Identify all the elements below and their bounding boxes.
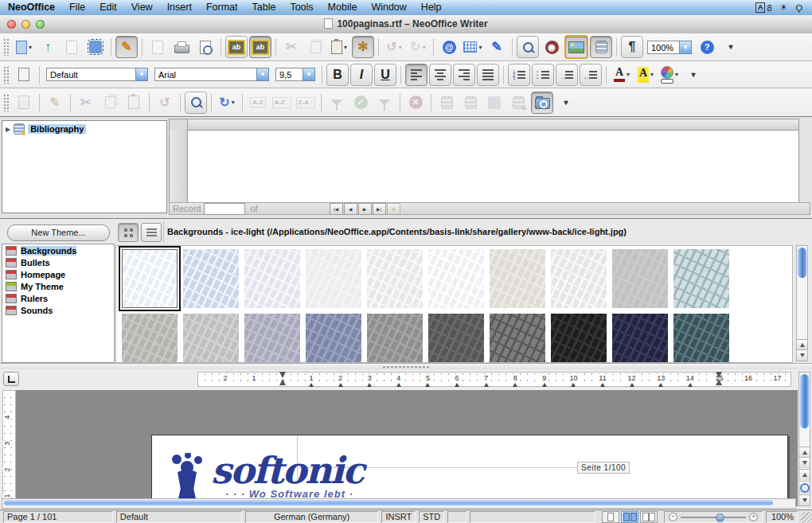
gallery-theme-backgrounds[interactable]: Backgrounds — [2, 244, 114, 256]
document-page[interactable]: Seite 1/100 softonic · · · Wo Software l… — [151, 435, 788, 506]
align-left-button[interactable] — [405, 64, 427, 86]
toolbar-overflow-button[interactable]: ▾ — [720, 36, 742, 58]
find-text-button[interactable]: ab — [225, 36, 248, 58]
toolbar-drag-handle[interactable] — [3, 38, 9, 56]
tab-stop-icon[interactable] — [484, 383, 489, 387]
tab-stop-icon[interactable] — [367, 383, 372, 387]
titlebar[interactable]: 100paginas.rtf – NeoOffice Writer — [0, 15, 812, 34]
document-scroll-thumb[interactable] — [800, 374, 809, 428]
background-color-button-dropdown-arrow-icon[interactable]: ▾ — [675, 71, 678, 78]
help-button[interactable]: ? — [696, 36, 718, 58]
bullet-list-button[interactable]: ••• — [532, 64, 554, 86]
align-center-button[interactable] — [429, 64, 451, 86]
styles-window-button[interactable] — [13, 64, 35, 86]
zoom-out-button[interactable]: − — [669, 513, 677, 521]
menu-mobile[interactable]: Mobile — [321, 0, 365, 15]
font-size-combo[interactable]: 9,5▼ — [275, 68, 315, 81]
margin-marker-icon[interactable] — [716, 372, 722, 386]
gallery-thumbnail[interactable] — [367, 249, 423, 308]
page-style-cell[interactable]: Default — [116, 511, 242, 523]
table-data-overflow-button[interactable]: ▾ — [555, 92, 577, 114]
underline-button[interactable]: U — [374, 64, 396, 86]
bold-button[interactable]: B — [326, 64, 349, 86]
data-source-table[interactable] — [169, 119, 799, 203]
gallery-thumbnail[interactable] — [551, 249, 607, 308]
first-record-button[interactable]: |◀ — [330, 203, 343, 215]
tree-item-bibliography[interactable]: ▶ Bibliography — [2, 121, 166, 137]
modified-flag-cell[interactable] — [447, 511, 467, 523]
gallery-theme-my-theme[interactable]: My Theme — [2, 280, 114, 292]
font-name-combo-dropdown-button[interactable]: ▼ — [256, 68, 269, 81]
document-horizontal-scrollbar[interactable] — [2, 498, 796, 509]
find-record-button[interactable] — [185, 92, 207, 114]
new-theme-button[interactable]: New Theme... — [7, 224, 110, 241]
paragraph-style-combo[interactable]: Default▼ — [46, 68, 148, 81]
highlighting-button[interactable]: A▾ — [634, 64, 657, 86]
decrease-indent-button[interactable]: ← — [580, 64, 602, 86]
page-count-cell[interactable]: Page 1 / 101 — [3, 511, 113, 523]
font-color-button[interactable]: A▾ — [611, 64, 633, 86]
gallery-thumbnail[interactable] — [551, 314, 607, 363]
tab-stop-icon[interactable] — [571, 383, 576, 387]
margin-marker-icon[interactable] — [279, 372, 286, 386]
find-replace-button[interactable]: ab — [249, 36, 271, 58]
toolbar-drag-handle[interactable] — [3, 66, 9, 84]
gallery-theme-homepage[interactable]: Homepage — [2, 268, 114, 280]
clone-formatting-button[interactable]: ✻ — [352, 36, 374, 58]
menu-format[interactable]: Format — [199, 0, 245, 15]
background-color-button[interactable]: ▾ — [658, 64, 681, 86]
data-source-tree[interactable]: ▶ Bibliography — [2, 120, 167, 213]
tab-stop-icon[interactable] — [513, 383, 517, 387]
tab-type-selector-button[interactable] — [3, 372, 19, 386]
multi-page-view-button[interactable] — [621, 511, 638, 523]
tab-stop-icon[interactable] — [542, 383, 547, 387]
tab-stop-icon[interactable] — [396, 383, 401, 387]
gallery-scroll-up-button[interactable] — [797, 339, 807, 350]
new-document-button[interactable]: ▾ — [13, 36, 35, 58]
previous-page-button[interactable] — [799, 469, 810, 480]
menu-table[interactable]: Table — [244, 0, 283, 15]
gallery-thumbnail-ice-light[interactable] — [122, 249, 178, 308]
gallery-thumbnail[interactable] — [490, 314, 545, 363]
menu-neooffice[interactable]: NeoOffice — [0, 0, 62, 15]
prev-record-button[interactable]: ◀ — [344, 203, 357, 215]
tab-stop-icon[interactable] — [658, 383, 663, 387]
zoom-combo-value[interactable]: 100% — [647, 41, 679, 54]
gallery-scroll-down-button[interactable] — [797, 349, 807, 361]
tab-stop-icon[interactable] — [600, 383, 605, 387]
font-color-button-dropdown-arrow-icon[interactable]: ▾ — [627, 71, 630, 78]
gallery-theme-rulers[interactable]: Rulers — [2, 292, 114, 304]
gallery-thumbnail[interactable] — [183, 249, 239, 308]
font-size-combo-dropdown-button[interactable]: ▼ — [303, 68, 315, 81]
zoom-combo-dropdown-button[interactable]: ▼ — [679, 41, 692, 54]
gallery-thumbnail[interactable] — [428, 314, 484, 363]
tab-stop-icon[interactable] — [455, 383, 459, 387]
navigation-button[interactable] — [799, 481, 810, 494]
menu-insert[interactable]: Insert — [160, 0, 199, 15]
menu-tools[interactable]: Tools — [283, 0, 320, 15]
gallery-button[interactable] — [564, 35, 588, 59]
zoom-slider-track[interactable] — [681, 517, 746, 518]
scroll-up-button[interactable] — [799, 447, 810, 458]
gallery-theme-bullets[interactable]: Bullets — [2, 256, 114, 268]
single-page-view-button[interactable] — [602, 511, 619, 523]
font-size-combo-value[interactable]: 9,5 — [275, 68, 303, 81]
align-right-button[interactable] — [453, 64, 475, 86]
highlighting-button-dropdown-arrow-icon[interactable]: ▾ — [650, 71, 654, 78]
gallery-thumbnail[interactable] — [244, 314, 300, 363]
paste-button-dropdown-arrow-icon[interactable]: ▾ — [344, 44, 347, 51]
gallery-thumbnail[interactable] — [612, 249, 668, 308]
ink-services-icon[interactable]: Ϙ — [795, 3, 802, 13]
font-name-combo[interactable]: Arial▼ — [154, 68, 269, 81]
refresh-button-dropdown-arrow-icon[interactable]: ▾ — [232, 99, 235, 106]
gallery-theme-sounds[interactable]: Sounds — [2, 304, 114, 316]
tab-stop-icon[interactable] — [630, 383, 634, 387]
tab-stop-icon[interactable] — [688, 383, 693, 387]
redo-button-dropdown-arrow-icon[interactable]: ▾ — [423, 44, 426, 51]
tab-stop-icon[interactable] — [338, 383, 343, 387]
gallery-thumbnail[interactable] — [244, 249, 300, 308]
data-sources-button[interactable] — [590, 36, 612, 58]
insert-table-button[interactable]: ▾ — [462, 36, 484, 58]
explorer-toggle-button[interactable] — [531, 92, 553, 114]
refresh-button[interactable]: ↻▾ — [216, 92, 238, 114]
